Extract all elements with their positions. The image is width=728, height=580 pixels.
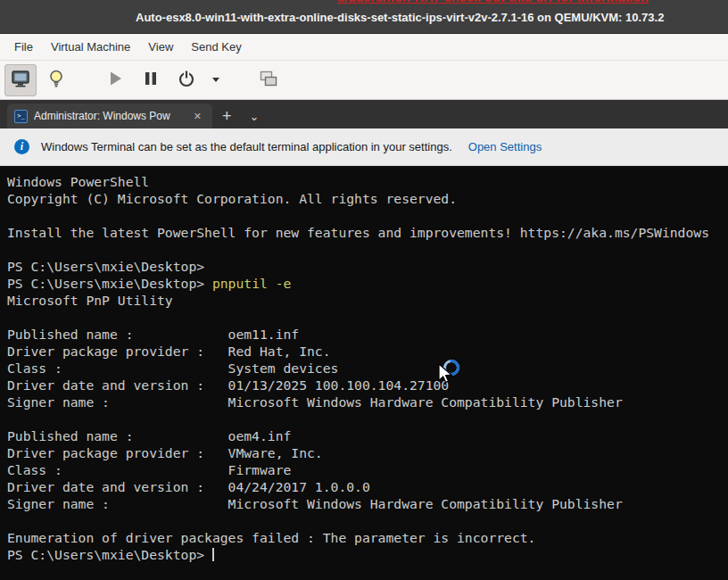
tab-dropdown-button[interactable]: ⌄ <box>242 104 268 128</box>
terminal-line: Class : Firmware <box>7 461 728 478</box>
default-terminal-banner: i Windows Terminal can be set as the def… <box>0 128 728 166</box>
play-icon <box>105 69 125 92</box>
terminal-line <box>7 207 728 224</box>
terminal-line: Install the latest PowerShell for new fe… <box>7 224 728 241</box>
details-button[interactable] <box>40 64 72 96</box>
terminal-line: Driver date and version : 04/24/2017 1.0… <box>7 478 728 495</box>
vm-viewer-window: s/users/non-RAT check out this url for i… <box>0 0 728 580</box>
terminal-line: PS C:\Users\mxie\Desktop> pnputil -e <box>7 275 728 292</box>
terminal-line: Signer name : Microsoft Windows Hardware… <box>7 394 728 410</box>
pause-button[interactable] <box>135 64 167 96</box>
terminal-line <box>7 410 728 427</box>
terminal-line: Driver package provider : Red Hat, Inc. <box>7 343 728 360</box>
titlebar[interactable]: s/users/non-RAT check out this url for i… <box>0 0 728 34</box>
terminal-line: Windows PowerShell <box>7 173 728 190</box>
terminal-tabbar: >_ Administrator: Windows Pow ✕ + ⌄ <box>0 100 728 128</box>
terminal-line: Class : System devices <box>7 360 728 377</box>
terminal[interactable]: Windows PowerShellCopyright (C) Microsof… <box>0 166 728 580</box>
menu-file[interactable]: File <box>5 36 42 58</box>
open-settings-link[interactable]: Open Settings <box>468 140 542 153</box>
terminal-line: Copyright (C) Microsoft Corporation. All… <box>7 190 728 207</box>
tab-close-icon[interactable]: ✕ <box>190 110 205 123</box>
pause-icon <box>141 69 161 92</box>
terminal-line: Published name : oem4.inf <box>7 427 728 444</box>
fullscreen-button[interactable] <box>252 64 285 96</box>
terminal-line: PS C:\Users\mxie\Desktop> <box>7 546 728 563</box>
menu-send-key[interactable]: Send Key <box>182 36 250 58</box>
chevron-down-icon <box>211 72 221 88</box>
power-icon <box>176 68 197 93</box>
terminal-line: Driver package provider : VMware, Inc. <box>7 444 728 461</box>
terminal-line: Microsoft PnP Utility <box>7 292 728 309</box>
shutdown-button[interactable] <box>170 64 203 96</box>
shutdown-menu-button[interactable] <box>206 64 226 96</box>
terminal-line: Driver date and version : 01/13/2025 100… <box>7 377 728 394</box>
terminal-line <box>7 309 728 326</box>
monitor-icon <box>10 68 31 93</box>
terminal-output: Windows PowerShellCopyright (C) Microsof… <box>7 173 728 563</box>
terminal-cursor <box>212 548 214 561</box>
banner-message: Windows Terminal can be set as the defau… <box>41 140 452 153</box>
background-overflow-text: s/users/non-RAT check out this url for i… <box>337 0 649 4</box>
terminal-line <box>7 241 728 258</box>
lightbulb-icon <box>46 68 67 93</box>
console-button[interactable] <box>4 64 37 96</box>
toolbar <box>0 61 728 100</box>
terminal-line: PS C:\Users\mxie\Desktop> <box>7 258 728 275</box>
terminal-line: Enumeration of driver packages failed : … <box>7 529 728 546</box>
terminal-tab-icon: >_ <box>14 110 28 123</box>
terminal-line: Published name : oem11.inf <box>7 326 728 343</box>
terminal-tab[interactable]: >_ Administrator: Windows Pow ✕ <box>7 104 212 128</box>
new-tab-button[interactable]: + <box>212 104 242 128</box>
menu-view[interactable]: View <box>139 36 182 58</box>
menubar: File Virtual Machine View Send Key <box>0 34 728 61</box>
info-icon: i <box>14 139 29 154</box>
terminal-line: Signer name : Microsoft Windows Hardware… <box>7 495 728 512</box>
overlapping-windows-icon <box>258 68 279 93</box>
window-title: Auto-esx8.0-win11-with-extra-online-disk… <box>136 11 664 24</box>
menu-virtual-machine[interactable]: Virtual Machine <box>42 36 139 58</box>
terminal-tab-title: Administrator: Windows Pow <box>34 110 185 122</box>
terminal-line <box>7 512 728 529</box>
run-button[interactable] <box>99 64 131 96</box>
